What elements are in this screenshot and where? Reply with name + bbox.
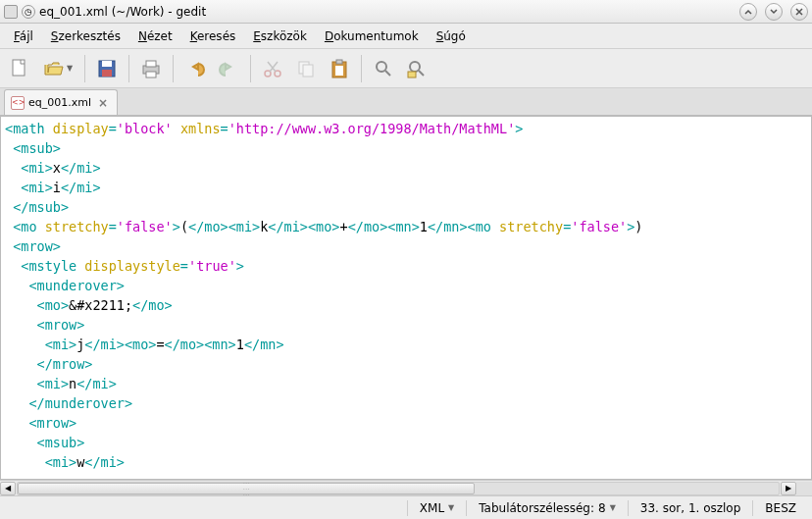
chevron-down-icon: ▼ bbox=[67, 64, 73, 73]
svg-point-14 bbox=[377, 62, 386, 72]
paste-button[interactable] bbox=[324, 53, 355, 84]
menu-tools[interactable]: Eszközök bbox=[245, 26, 315, 46]
editor-area: <math display='block' xmlns='http://www.… bbox=[0, 116, 812, 480]
replace-button[interactable] bbox=[401, 53, 432, 84]
menu-documents[interactable]: Dokumentumok bbox=[317, 26, 427, 46]
code-editor[interactable]: <math display='block' xmlns='http://www.… bbox=[1, 117, 811, 474]
tab-label: eq_001.xml bbox=[28, 96, 91, 109]
scroll-right-button[interactable]: ▶ bbox=[781, 482, 796, 495]
chevron-down-icon: ▼ bbox=[610, 503, 616, 512]
menubar: Fájl Szerkesztés Nézet Keresés Eszközök … bbox=[0, 24, 812, 49]
svg-rect-2 bbox=[102, 61, 112, 67]
scroll-track[interactable] bbox=[17, 482, 780, 495]
svg-rect-5 bbox=[146, 61, 156, 67]
chevron-down-icon: ▼ bbox=[448, 503, 454, 512]
svg-rect-10 bbox=[303, 65, 313, 77]
svg-rect-6 bbox=[146, 72, 156, 78]
close-button[interactable] bbox=[790, 3, 808, 21]
svg-rect-3 bbox=[102, 70, 112, 77]
toolbar-separator bbox=[250, 55, 251, 82]
status-tabwidth-selector[interactable]: Tabulátorszélesség: 8 ▼ bbox=[469, 501, 626, 515]
new-file-button[interactable] bbox=[4, 53, 35, 84]
toolbar-separator bbox=[361, 55, 362, 82]
svg-rect-0 bbox=[13, 60, 25, 76]
svg-rect-13 bbox=[335, 66, 343, 76]
status-tabwidth-label: Tabulátorszélesség: bbox=[479, 501, 594, 515]
scroll-thumb[interactable] bbox=[18, 483, 475, 494]
svg-point-15 bbox=[410, 62, 420, 72]
scroll-corner bbox=[796, 482, 812, 495]
menu-search[interactable]: Keresés bbox=[182, 26, 244, 46]
status-language: XML bbox=[420, 501, 444, 515]
undo-button[interactable] bbox=[179, 53, 211, 84]
open-button[interactable]: ▼ bbox=[37, 53, 78, 84]
menu-help[interactable]: Súgó bbox=[429, 26, 474, 46]
print-button[interactable] bbox=[135, 53, 167, 84]
cut-button[interactable] bbox=[257, 53, 288, 84]
menu-file[interactable]: Fájl bbox=[6, 26, 41, 46]
status-insert-mode: BESZ bbox=[755, 501, 806, 515]
tab[interactable]: <> eq_001.xml × bbox=[4, 89, 118, 115]
menu-edit[interactable]: Szerkesztés bbox=[43, 26, 128, 46]
copy-button[interactable] bbox=[290, 53, 322, 84]
titlebar: ◷ eq_001.xml (~/Work) - gedit bbox=[0, 0, 812, 24]
menu-view[interactable]: Nézet bbox=[130, 26, 180, 46]
toolbar-separator bbox=[128, 55, 129, 82]
toolbar: ▼ bbox=[0, 49, 812, 88]
save-button[interactable] bbox=[91, 53, 123, 84]
find-button[interactable] bbox=[368, 53, 399, 84]
xml-file-icon: <> bbox=[11, 96, 25, 110]
toolbar-separator bbox=[84, 55, 85, 82]
tabbar: <> eq_001.xml × bbox=[0, 88, 812, 116]
scroll-left-button[interactable]: ◀ bbox=[0, 482, 16, 495]
tab-close-button[interactable]: × bbox=[95, 95, 111, 111]
status-tabwidth-value: 8 bbox=[598, 501, 606, 515]
titlebar-badge: ◷ bbox=[22, 5, 35, 19]
status-language-selector[interactable]: XML ▼ bbox=[410, 501, 464, 515]
status-cursor-position: 33. sor, 1. oszlop bbox=[631, 501, 751, 515]
minimize-button[interactable] bbox=[739, 3, 757, 21]
svg-rect-12 bbox=[336, 60, 342, 64]
window-title: eq_001.xml (~/Work) - gedit bbox=[39, 5, 736, 19]
maximize-button[interactable] bbox=[765, 3, 783, 21]
redo-button[interactable] bbox=[213, 53, 244, 84]
statusbar: XML ▼ Tabulátorszélesség: 8 ▼ 33. sor, 1… bbox=[0, 495, 812, 519]
svg-rect-16 bbox=[408, 72, 416, 78]
horizontal-scrollbar: ◀ ▶ bbox=[0, 480, 812, 495]
toolbar-separator bbox=[173, 55, 174, 82]
app-icon bbox=[4, 5, 18, 19]
